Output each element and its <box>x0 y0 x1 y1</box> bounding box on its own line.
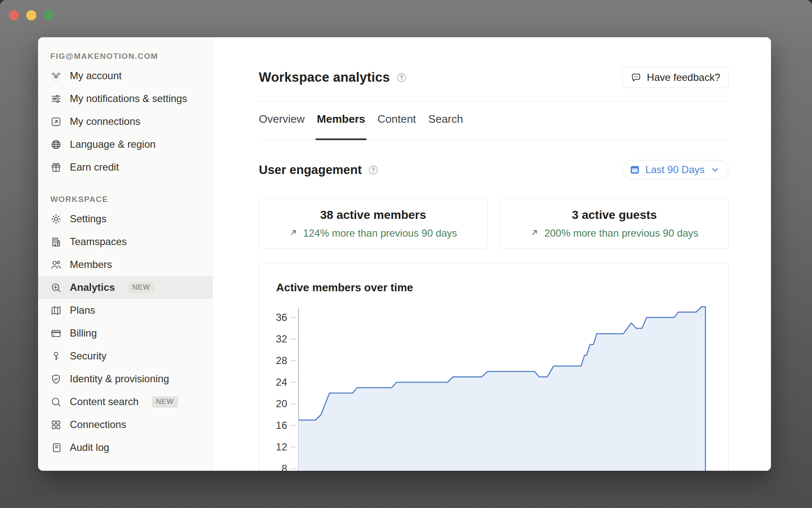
building-icon <box>50 236 62 248</box>
help-icon[interactable] <box>368 164 379 176</box>
sidebar-item-label: Connections <box>70 417 126 432</box>
settings-sidebar: FIG@MAKENOTION.COM My accountMy notifica… <box>38 37 213 471</box>
sidebar-item-label: Content search <box>70 395 139 409</box>
close-button[interactable] <box>9 10 19 20</box>
sidebar-item-analytics[interactable]: AnalyticsNEW <box>38 276 212 299</box>
active-members-value: 38 active members <box>320 208 426 222</box>
sidebar-item-settings[interactable]: Settings <box>38 207 212 230</box>
account-menu: My accountMy notifications & settingsMy … <box>38 64 212 179</box>
sidebar-item-language-region[interactable]: Language & region <box>38 133 212 156</box>
sidebar-item-plans[interactable]: Plans <box>38 299 212 322</box>
analytics-tabs: OverviewMembersContentSearch <box>259 102 729 140</box>
sidebar-item-label: Teamspaces <box>70 235 127 249</box>
workspace-menu: SettingsTeamspacesMembersAnalyticsNEWPla… <box>38 207 212 459</box>
user-engagement-title: User engagement <box>259 163 362 177</box>
scroll-icon <box>50 442 62 453</box>
globe-icon <box>50 139 62 150</box>
page-header: Workspace analytics Have feedback? <box>259 67 729 88</box>
avatar <box>50 70 62 82</box>
sidebar-item-label: Identity & provisioning <box>70 372 169 387</box>
sidebar-item-connections[interactable]: Connections <box>38 413 212 436</box>
sidebar-item-label: Language & region <box>70 137 156 152</box>
workspace-heading: WORKSPACE <box>38 195 212 204</box>
tab-members[interactable]: Members <box>317 113 365 139</box>
sidebar-item-label: Plans <box>70 303 95 318</box>
sidebar-item-label: Billing <box>70 326 97 341</box>
grid-icon <box>50 419 62 431</box>
date-range-label: Last 90 Days <box>645 164 705 176</box>
new-badge: NEW <box>128 282 154 293</box>
sidebar-item-teamspaces[interactable]: Teamspaces <box>38 230 212 253</box>
people-icon <box>50 259 62 271</box>
y-axis-tick-label: 36 <box>276 312 287 323</box>
minimize-button[interactable] <box>26 10 36 20</box>
sliders-icon <box>50 93 62 105</box>
sidebar-item-my-account[interactable]: My account <box>38 64 212 87</box>
trend-up-icon <box>289 228 299 238</box>
y-axis-tick-label: 20 <box>276 398 287 409</box>
tab-overview[interactable]: Overview <box>259 113 304 139</box>
calendar-icon <box>629 164 640 175</box>
sidebar-item-label: Security <box>70 349 107 364</box>
dimmed-background-window: FIG@MAKENOTION.COM My accountMy notifica… <box>0 0 812 508</box>
gift-icon <box>50 162 62 173</box>
y-axis-tick-label: 12 <box>276 441 287 453</box>
y-axis-tick-label: 24 <box>276 376 287 388</box>
have-feedback-label: Have feedback? <box>647 72 720 83</box>
user-engagement-header: User engagement Last 90 Days <box>259 160 729 179</box>
sidebar-item-label: Earn credit <box>70 160 119 175</box>
date-range-selector[interactable]: Last 90 Days <box>623 160 729 179</box>
settings-modal: FIG@MAKENOTION.COM My accountMy notifica… <box>38 37 771 471</box>
active-members-chart-card: Active members over time 363228242016128 <box>259 263 729 471</box>
sidebar-item-label: My account <box>70 69 122 83</box>
sidebar-item-security[interactable]: Security <box>38 345 212 367</box>
stat-cards: 38 active members 124% more than previou… <box>259 198 729 249</box>
sidebar-section-gap <box>38 179 212 190</box>
account-email-heading: FIG@MAKENOTION.COM <box>38 52 212 61</box>
tab-search[interactable]: Search <box>428 113 463 139</box>
sidebar-item-content-search[interactable]: Content searchNEW <box>38 390 212 413</box>
area-fill <box>299 307 705 471</box>
sidebar-item-my-notifications-settings[interactable]: My notifications & settings <box>38 87 212 110</box>
window-controls <box>9 10 54 20</box>
active-guests-value: 3 active guests <box>572 208 657 222</box>
sidebar-item-label: Audit log <box>70 440 109 455</box>
chevron-down-icon <box>710 164 721 175</box>
sidebar-item-my-connections[interactable]: My connections <box>38 110 212 133</box>
analytics-main: Workspace analytics Have feedback? Overv… <box>213 37 771 471</box>
active-members-delta-text: 124% more than previous 90 days <box>303 227 457 239</box>
speech-bubble-icon <box>631 72 642 83</box>
sidebar-item-label: My connections <box>70 114 140 129</box>
y-axis-tick-label: 28 <box>276 355 287 366</box>
sidebar-item-label: Settings <box>70 212 107 226</box>
y-axis-tick-label: 32 <box>276 333 287 345</box>
sidebar-item-audit-log[interactable]: Audit log <box>38 436 212 459</box>
sidebar-item-members[interactable]: Members <box>38 253 212 276</box>
sidebar-item-identity-provisioning[interactable]: Identity & provisioning <box>38 367 212 390</box>
zoom-button[interactable] <box>44 10 54 20</box>
have-feedback-button[interactable]: Have feedback? <box>622 67 729 88</box>
active-guests-card: 3 active guests 200% more than previous … <box>500 198 729 249</box>
arrow-up-right-box-icon <box>50 116 62 127</box>
active-members-delta: 124% more than previous 90 days <box>289 227 457 239</box>
shield-check-icon <box>50 373 62 385</box>
sidebar-item-label: Analytics <box>70 280 115 295</box>
sidebar-item-billing[interactable]: Billing <box>38 322 212 345</box>
new-badge: NEW <box>152 396 178 408</box>
help-icon[interactable] <box>396 72 407 83</box>
sidebar-item-label: Members <box>70 257 112 272</box>
credit-card-icon <box>50 328 62 339</box>
tab-content[interactable]: Content <box>378 113 416 139</box>
active-guests-delta: 200% more than previous 90 days <box>530 227 698 239</box>
sidebar-item-earn-credit[interactable]: Earn credit <box>38 156 212 179</box>
trend-up-icon <box>530 228 540 238</box>
y-axis-tick-label: 16 <box>276 420 287 431</box>
y-axis-tick-label: 8 <box>282 463 287 471</box>
active-guests-delta-text: 200% more than previous 90 days <box>544 227 698 239</box>
sidebar-item-label: My notifications & settings <box>70 91 187 106</box>
page-title: Workspace analytics <box>259 70 390 85</box>
active-members-card: 38 active members 124% more than previou… <box>259 198 488 249</box>
map-icon <box>50 305 62 316</box>
magnifier-plus-icon <box>50 282 62 293</box>
active-members-area-chart: 363228242016128 <box>259 263 728 471</box>
